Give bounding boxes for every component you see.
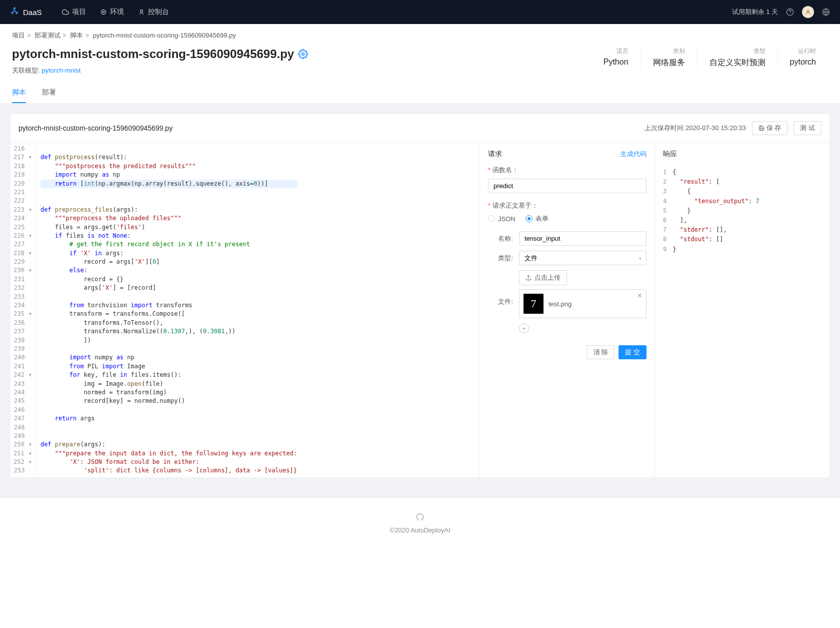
globe-icon[interactable] [822,8,830,16]
meta-category: 类别 网络服务 [640,47,697,68]
header-actions: 上次保存时间 2020-07-30 15:20:33 保 存 测 试 [644,121,822,135]
file-thumbnail: 7 [524,294,544,314]
response-gutter: 1 2 3 4 5 6 7 8 9 [663,168,672,254]
tabs: 脚本 部署 [0,83,840,104]
response-header: 响应 [655,143,830,166]
footer-text: ©2020 AutoDeployAI [0,526,840,534]
upload-button[interactable]: 点击上传 [519,270,567,285]
breadcrumb-item[interactable]: 项目 [12,32,25,39]
action-buttons: 清 除 提 交 [488,345,646,359]
svg-point-3 [101,10,106,14]
gear-icon[interactable] [298,49,308,59]
save-button[interactable]: 保 存 [752,121,788,135]
svg-point-4 [102,11,104,13]
upload-icon [526,275,532,281]
logo-text: DaaS [23,8,42,17]
console-icon [138,9,145,16]
page-title: pytorch-mnist-custom-scoring-15960909456… [12,47,308,61]
env-icon [100,9,107,16]
avatar[interactable]: A [802,6,814,18]
code-editor[interactable]: 216 217 ▾ 218 219 220 221 222 223 ▾ 224 … [10,143,480,477]
submit-button[interactable]: 提 交 [618,345,646,359]
nav-items: 项目 环境 控制台 [62,8,169,17]
uploaded-file-name: test.png [548,300,572,308]
response-code: { "result": [ { "tensor_output": 7 } ], … [672,168,759,254]
logo[interactable]: DaaS [10,7,42,18]
radio-icon [526,215,532,222]
tab-deploy[interactable]: 部署 [42,83,56,103]
code-lines[interactable]: def postprocess(result): """postprocess … [36,143,301,477]
response-body: 1 2 3 4 5 6 7 8 9 { "result": [ { "tenso… [655,166,830,262]
body-based-label: 请求正文基于： [488,201,646,210]
meta-runtime: 运行时 pytorch [778,47,828,68]
meta-type: 类型 自定义实时预测 [697,47,778,68]
svg-point-8 [302,53,304,56]
type-select[interactable]: ▾ [519,251,646,265]
help-icon[interactable] [786,8,794,16]
param-grid: 名称: 类型: ▾ 文件: 点击上传 [488,231,646,333]
radio-form[interactable]: 表单 [526,214,548,223]
page-header: pytorch-mnist-custom-scoring-15960909456… [0,47,840,83]
footer: ©2020 AutoDeployAI [0,498,840,544]
clear-button[interactable]: 清 除 [587,345,615,359]
svg-point-0 [14,8,16,9]
chevron-down-icon: ▾ [639,255,642,261]
request-header: 请求 生成代码 [480,143,654,166]
fn-name-input[interactable] [488,179,646,193]
associated-model: 关联模型: pytorch-mnist [12,66,308,75]
nav-item-env[interactable]: 环境 [100,8,124,17]
uploaded-file-card: 7 test.png × [519,289,646,318]
save-time: 上次保存时间 2020-07-30 15:20:33 [644,124,746,133]
radio-icon [488,215,495,222]
generate-code-link[interactable]: 生成代码 [620,150,646,159]
svg-point-5 [140,10,142,12]
tab-script[interactable]: 脚本 [12,83,26,103]
fn-name-label: 函数名： [488,166,646,175]
test-button[interactable]: 测 试 [794,121,822,135]
gutter: 216 217 ▾ 218 219 220 221 222 223 ▾ 224 … [10,143,36,477]
request-body: 函数名： 请求正文基于： JSON [480,166,654,367]
breadcrumb-item: pytorch-mnist-custom-scoring-15960909456… [93,32,236,39]
radio-json[interactable]: JSON [488,215,516,223]
radio-group: JSON 表单 [488,214,646,223]
add-param-button[interactable]: + [519,323,529,333]
meta-grid: 语言 Python 类别 网络服务 类型 自定义实时预测 运行时 pytorch [592,47,828,68]
editor-body: 216 217 ▾ 218 219 220 221 222 223 ▾ 224 … [10,143,830,477]
editor-card: pytorch-mnist-custom-scoring-15960909456… [10,114,830,478]
associated-model-link[interactable]: pytorch-mnist [42,67,80,74]
remove-file-icon[interactable]: × [638,292,642,300]
content-area: pytorch-mnist-custom-scoring-15960909456… [0,104,840,498]
breadcrumb-item[interactable]: 脚本 [70,32,83,39]
name-label: 名称: [488,234,513,243]
breadcrumb-item[interactable]: 部署测试 [34,32,60,39]
topbar-right: 试用期剩余 1 天 A [732,6,830,18]
filename: pytorch-mnist-custom-scoring-15960909456… [18,124,172,132]
topbar: DaaS 项目 环境 控制台 试用期剩余 1 天 A [0,0,840,24]
logo-icon [10,7,19,18]
type-label: 类型: [488,254,513,263]
svg-point-2 [16,12,18,14]
request-panel: 请求 生成代码 函数名： 请求正文基于： [480,143,654,477]
card-header: pytorch-mnist-custom-scoring-15960909456… [10,114,830,143]
file-label: 文件: [488,297,513,306]
svg-point-1 [12,12,13,14]
response-panel: 响应 1 2 3 4 5 6 7 8 9 { "result": [ { "te… [654,143,830,477]
meta-language: 语言 Python [592,47,640,68]
cloud-icon [62,9,69,16]
nav-item-projects[interactable]: 项目 [62,8,86,17]
name-input[interactable] [519,231,646,246]
github-icon[interactable] [0,513,840,522]
nav-item-console[interactable]: 控制台 [138,8,169,17]
breadcrumb: 项目> 部署测试> 脚本> pytorch-mnist-custom-scori… [0,24,840,47]
side-panels: 请求 生成代码 函数名： 请求正文基于： [480,143,830,477]
save-icon [758,125,764,131]
trial-text: 试用期剩余 1 天 [732,8,778,17]
